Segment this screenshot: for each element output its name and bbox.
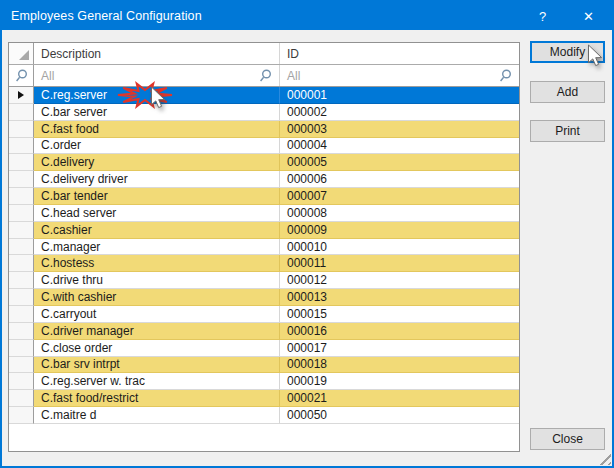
- description-cell[interactable]: C.cashier: [34, 222, 280, 239]
- filter-row-indicator-cell: [9, 65, 34, 86]
- title-bar: Employees General Configuration ? ✕: [2, 2, 612, 30]
- table-row[interactable]: C.with cashier000013: [9, 289, 519, 306]
- row-indicator-cell[interactable]: [9, 171, 34, 188]
- description-cell[interactable]: C.bar srv intrpt: [34, 357, 280, 374]
- description-cell[interactable]: C.drive thru: [34, 272, 280, 289]
- description-cell[interactable]: C.maitre d: [34, 407, 280, 424]
- table-row[interactable]: C.hostess000011: [9, 255, 519, 272]
- search-icon[interactable]: [499, 69, 512, 83]
- id-cell[interactable]: 000050: [280, 407, 519, 424]
- id-cell[interactable]: 000006: [280, 171, 519, 188]
- row-indicator-cell[interactable]: [9, 104, 34, 121]
- row-indicator-cell[interactable]: [9, 188, 34, 205]
- description-cell[interactable]: C.fast food: [34, 121, 280, 138]
- table-row[interactable]: C.head server000008: [9, 205, 519, 222]
- row-indicator-cell[interactable]: [9, 407, 34, 424]
- print-button[interactable]: Print: [530, 120, 605, 142]
- id-cell[interactable]: 000015: [280, 306, 519, 323]
- description-cell[interactable]: C.order: [34, 138, 280, 155]
- employees-general-configuration-dialog: Employees General Configuration ? ✕ Desc…: [0, 0, 614, 468]
- id-cell[interactable]: 000009: [280, 222, 519, 239]
- description-cell[interactable]: C.hostess: [34, 255, 280, 272]
- window-title: Employees General Configuration: [2, 9, 520, 23]
- row-indicator-cell[interactable]: [9, 323, 34, 340]
- table-row[interactable]: C.cashier000009: [9, 222, 519, 239]
- table-row[interactable]: C.bar server000002: [9, 104, 519, 121]
- id-filter-input[interactable]: All: [280, 65, 519, 86]
- row-indicator-cell[interactable]: [9, 255, 34, 272]
- id-cell[interactable]: 000007: [280, 188, 519, 205]
- table-row[interactable]: C.carryout000015: [9, 306, 519, 323]
- id-cell[interactable]: 000010: [280, 239, 519, 256]
- table-row[interactable]: C.bar tender000007: [9, 188, 519, 205]
- id-cell[interactable]: 000008: [280, 205, 519, 222]
- modify-button[interactable]: Modify: [530, 41, 605, 63]
- table-row[interactable]: C.manager000010: [9, 239, 519, 256]
- row-indicator-cell[interactable]: [9, 340, 34, 357]
- id-filter-placeholder: All: [287, 69, 499, 83]
- id-cell[interactable]: 000016: [280, 323, 519, 340]
- row-indicator-cell[interactable]: [9, 239, 34, 256]
- row-indicator-cell[interactable]: [9, 154, 34, 171]
- table-row[interactable]: C.reg.server000001: [9, 87, 519, 104]
- description-cell[interactable]: C.delivery driver: [34, 171, 280, 188]
- search-icon[interactable]: [259, 69, 272, 83]
- id-cell[interactable]: 000017: [280, 340, 519, 357]
- description-filter-input[interactable]: All: [34, 65, 280, 86]
- select-all-cell[interactable]: [9, 43, 34, 64]
- id-cell[interactable]: 000001: [280, 87, 519, 104]
- id-cell[interactable]: 000011: [280, 255, 519, 272]
- id-cell[interactable]: 000012: [280, 272, 519, 289]
- description-cell[interactable]: C.delivery: [34, 154, 280, 171]
- description-cell[interactable]: C.head server: [34, 205, 280, 222]
- row-indicator-cell[interactable]: [9, 373, 34, 390]
- row-indicator-cell[interactable]: [9, 390, 34, 407]
- description-cell[interactable]: C.fast food/restrict: [34, 390, 280, 407]
- id-cell[interactable]: 000002: [280, 104, 519, 121]
- id-cell[interactable]: 000013: [280, 289, 519, 306]
- description-cell[interactable]: C.reg.server: [34, 87, 280, 104]
- column-header-id[interactable]: ID: [280, 43, 519, 64]
- id-cell[interactable]: 000018: [280, 357, 519, 374]
- row-indicator-cell[interactable]: [9, 87, 34, 104]
- column-header-description[interactable]: Description: [34, 43, 280, 64]
- row-indicator-cell[interactable]: [9, 121, 34, 138]
- close-button[interactable]: Close: [530, 428, 605, 450]
- id-cell[interactable]: 000021: [280, 390, 519, 407]
- row-indicator-cell[interactable]: [9, 289, 34, 306]
- table-row[interactable]: C.delivery000005: [9, 154, 519, 171]
- table-row[interactable]: C.bar srv intrpt000018: [9, 357, 519, 374]
- resize-grip[interactable]: [597, 451, 611, 465]
- table-row[interactable]: C.fast food/restrict000021: [9, 390, 519, 407]
- row-indicator-cell[interactable]: [9, 222, 34, 239]
- table-row[interactable]: C.close order000017: [9, 340, 519, 357]
- id-cell[interactable]: 000019: [280, 373, 519, 390]
- add-button[interactable]: Add: [530, 81, 605, 103]
- description-cell[interactable]: C.driver manager: [34, 323, 280, 340]
- id-cell[interactable]: 000004: [280, 138, 519, 155]
- id-cell[interactable]: 000003: [280, 121, 519, 138]
- row-indicator-cell[interactable]: [9, 357, 34, 374]
- description-cell[interactable]: C.carryout: [34, 306, 280, 323]
- table-row[interactable]: C.maitre d000050: [9, 407, 519, 424]
- table-row[interactable]: C.reg.server w. trac000019: [9, 373, 519, 390]
- description-cell[interactable]: C.bar server: [34, 104, 280, 121]
- table-row[interactable]: C.drive thru000012: [9, 272, 519, 289]
- table-row[interactable]: C.order000004: [9, 138, 519, 155]
- description-cell[interactable]: C.with cashier: [34, 289, 280, 306]
- description-cell[interactable]: C.close order: [34, 340, 280, 357]
- row-indicator-cell[interactable]: [9, 306, 34, 323]
- id-cell[interactable]: 000005: [280, 154, 519, 171]
- table-row[interactable]: C.delivery driver000006: [9, 171, 519, 188]
- description-cell[interactable]: C.reg.server w. trac: [34, 373, 280, 390]
- help-button[interactable]: ?: [520, 2, 565, 30]
- table-row[interactable]: C.driver manager000016: [9, 323, 519, 340]
- select-all-triangle-icon: [19, 50, 29, 60]
- row-indicator-cell[interactable]: [9, 138, 34, 155]
- row-indicator-cell[interactable]: [9, 272, 34, 289]
- row-indicator-cell[interactable]: [9, 205, 34, 222]
- description-cell[interactable]: C.manager: [34, 239, 280, 256]
- description-cell[interactable]: C.bar tender: [34, 188, 280, 205]
- close-window-button[interactable]: ✕: [565, 2, 612, 30]
- table-row[interactable]: C.fast food000003: [9, 121, 519, 138]
